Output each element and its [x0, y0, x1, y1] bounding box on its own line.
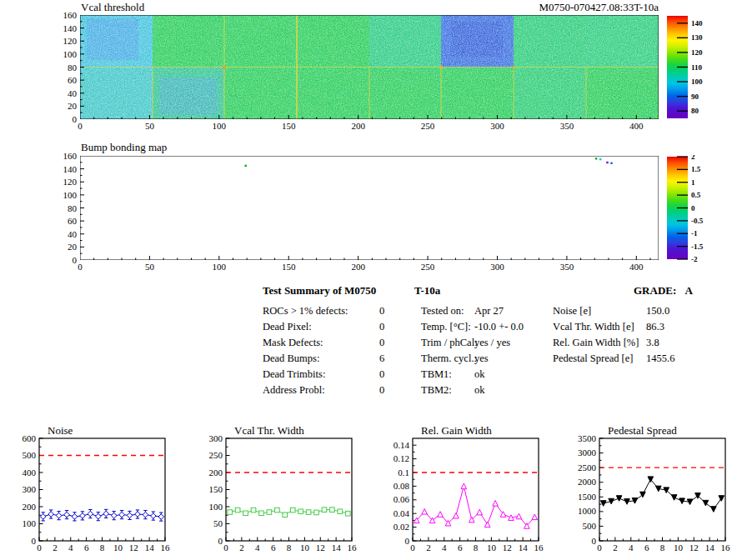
data-point-marker [275, 508, 280, 512]
x-tick-label: 300 [483, 262, 511, 272]
y-tick-label: 0.08 [394, 481, 410, 491]
summary-label: Dead Trimbits: [263, 367, 379, 382]
x-tick-label: 14 [145, 542, 155, 552]
x-tick-label: 8 [100, 542, 105, 552]
x-tick-label: 100 [205, 121, 233, 131]
x-tick-label: 4 [255, 542, 260, 552]
y-tick-label: 0 [592, 536, 597, 546]
data-point-marker [64, 512, 70, 518]
y-tick-label: 1000 [578, 506, 597, 516]
summary-value: 0 [379, 321, 384, 332]
bump-defect-dot [610, 162, 612, 164]
x-tick-label: 2 [426, 542, 431, 552]
bump-map-title: Bump bonding map [81, 142, 167, 153]
x-tick-label: 350 [553, 121, 581, 131]
y-tick-label: 100 [47, 49, 77, 59]
data-point-marker [111, 512, 117, 518]
data-point-marker [454, 512, 459, 518]
y-tick-label: 500 [23, 450, 37, 460]
y-tick-label: 0 [47, 255, 77, 265]
data-point-marker [477, 509, 483, 515]
summary-value: -10.0 +- 0.0 [474, 321, 524, 332]
data-point-marker [151, 513, 157, 519]
data-point-marker [609, 498, 614, 504]
x-tick-label: 8 [474, 542, 479, 552]
data-point-marker [330, 508, 335, 512]
colorbar-tick-label: 1 [691, 178, 695, 187]
colorbar-tick-label: -1 [691, 229, 698, 238]
data-point-marker [143, 512, 148, 518]
x-tick-label: 200 [344, 121, 373, 131]
data-point-marker [283, 512, 288, 518]
module-run-title: M0750-070427.08:33T-10a [450, 2, 659, 13]
colorbar-tick-label: -0.5 [691, 217, 704, 225]
data-point-marker [119, 512, 125, 518]
y-tick-label: 100 [47, 190, 77, 200]
summary-row: Therm. cycl.:yes [421, 351, 524, 367]
colorbar-tick-label: 80 [691, 107, 699, 115]
bump-defect-dot [606, 162, 608, 163]
y-tick-label: 60 [47, 216, 77, 226]
data-point-marker [235, 508, 240, 512]
grade-value: A [685, 284, 693, 297]
y-tick-label: 140 [47, 23, 77, 33]
summary-label: Trim / phCal: [421, 335, 474, 351]
x-tick-label: 2 [53, 542, 58, 552]
y-tick-label: 400 [23, 468, 37, 478]
x-tick-label: 150 [274, 121, 303, 131]
summary-value: ok [474, 368, 485, 380]
y-tick-label: 0.06 [394, 494, 410, 504]
summary-value: 0 [379, 305, 384, 317]
x-tick-label: 6 [84, 542, 89, 552]
y-tick-label: 100 [209, 502, 223, 512]
grade-line: GRADE: A [634, 285, 693, 297]
x-tick-label: 10 [674, 542, 684, 552]
module-test-report: Vcal threshold M0750-070427.08:33T-10a [0, 0, 747, 560]
summary-value: 1455.6 [646, 352, 674, 364]
x-tick-label: 12 [129, 542, 138, 552]
data-point-marker [158, 514, 164, 520]
summary-label: Mask Defects: [263, 335, 379, 351]
y-tick-label: 0.14 [394, 440, 410, 450]
y-tick-label: 100 [23, 518, 37, 528]
y-tick-label: 140 [47, 164, 77, 174]
y-tick-label: 300 [209, 433, 223, 443]
colorbar-tick-label: 90 [691, 92, 699, 101]
summary-value: 3.8 [646, 337, 659, 348]
x-tick-label: 12 [689, 542, 699, 552]
y-tick-label: 120 [47, 36, 77, 46]
summary-row: Dead Bumps:6 [263, 351, 384, 367]
summary-heading: Test Summary of M0750 [263, 285, 376, 297]
summary-value: 150.0 [646, 305, 669, 317]
pedestal-spread-series [604, 479, 722, 509]
y-tick-label: 160 [47, 10, 77, 20]
data-point-marker [103, 511, 109, 517]
x-tick-label: 150 [274, 262, 303, 272]
summary-label: TBM1: [421, 367, 474, 382]
data-point-marker [127, 512, 133, 518]
bump-defect-dot [595, 158, 597, 159]
y-tick-label: 40 [47, 88, 77, 98]
gain-width-chart: Rel. Gain Width 00.020.040.060.080.10.12… [374, 421, 560, 560]
data-point-marker [95, 513, 101, 519]
x-tick-label: 400 [622, 121, 650, 131]
x-tick-label: 350 [553, 262, 581, 272]
y-tick-label: 2500 [578, 462, 597, 472]
summary-row: TBM1:ok [421, 367, 524, 382]
data-point-marker [500, 512, 506, 518]
y-tick-label: 600 [23, 433, 37, 443]
summary-value: yes / yes [474, 337, 510, 348]
x-tick-label: 8 [660, 542, 665, 552]
y-tick-label: 200 [209, 468, 223, 478]
y-tick-label: 150 [209, 484, 223, 494]
data-point-marker [48, 512, 54, 518]
summary-row: Address Probl:0 [263, 382, 384, 398]
colorbar-tick-label: -2 [691, 255, 698, 262]
y-tick-label: 3500 [578, 433, 597, 443]
y-tick-label: 500 [583, 521, 597, 531]
x-tick-label: 10 [300, 542, 310, 552]
x-tick-label: 2 [239, 542, 244, 552]
y-tick-label: 0 [47, 114, 77, 124]
data-point-marker [338, 509, 343, 514]
summary-value: 6 [379, 352, 384, 364]
